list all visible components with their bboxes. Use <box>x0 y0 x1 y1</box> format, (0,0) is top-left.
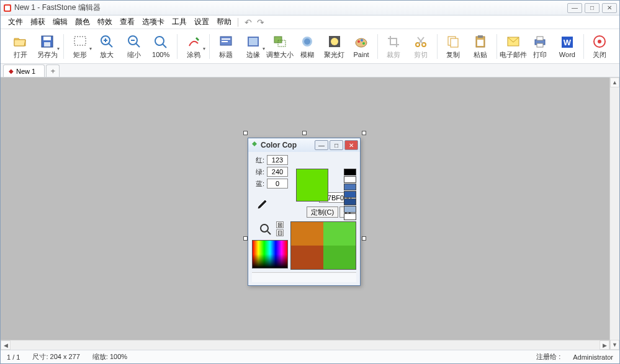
dropdown-arrow-icon[interactable]: ▾ <box>263 46 265 51</box>
email-icon <box>505 33 521 50</box>
dropdown-arrow-icon[interactable]: ▾ <box>57 46 60 51</box>
registration-label: 注册给 : <box>536 352 560 362</box>
registration-user: Administrator <box>573 353 613 361</box>
toolbar-separator <box>583 34 584 59</box>
swatch[interactable] <box>344 213 356 220</box>
tool-caption[interactable]: 标题 <box>212 31 239 62</box>
undo-icon[interactable]: ↶ <box>245 17 252 27</box>
minimize-button[interactable]: — <box>567 3 582 13</box>
spectrum-picker[interactable] <box>252 240 288 269</box>
tool-zoom-out[interactable]: 缩小 <box>120 31 147 62</box>
zoom-plus-button[interactable]: ⊞ <box>276 221 284 228</box>
selection-handle[interactable] <box>243 236 248 241</box>
tool-cut[interactable]: 剪切 <box>407 31 434 62</box>
colorcop-minimize-button[interactable]: — <box>315 140 328 150</box>
tool-edge[interactable]: 边缘▾ <box>240 31 266 62</box>
eyedropper-icon[interactable] <box>252 197 271 213</box>
tool-draw[interactable]: 涂鸦▾ <box>180 31 207 62</box>
menu-tabs[interactable]: 选项卡 <box>138 16 168 29</box>
tab-label: New 1 <box>16 68 35 75</box>
green-label: 绿: <box>252 167 264 177</box>
maximize-button[interactable]: □ <box>585 3 600 13</box>
swatch[interactable] <box>344 169 356 175</box>
swatch[interactable] <box>344 176 356 183</box>
tool-paint[interactable]: Paint <box>348 31 374 62</box>
menu-capture[interactable]: 捕获 <box>27 16 49 29</box>
tool-resize[interactable]: 调整大小 <box>266 31 294 62</box>
horizontal-scrollbar[interactable]: ◀ ▶ <box>1 340 609 350</box>
red-input[interactable] <box>267 155 288 165</box>
menu-effects[interactable]: 特效 <box>94 16 116 29</box>
color-swatches <box>344 169 356 220</box>
svg-rect-36 <box>478 35 483 38</box>
window-buttons: — □ ✕ <box>567 3 617 13</box>
swatch[interactable] <box>344 206 356 213</box>
swatch[interactable] <box>344 198 356 205</box>
swatch[interactable] <box>344 191 356 198</box>
magnifier-icon[interactable] <box>256 221 275 237</box>
word-icon: W <box>559 34 575 50</box>
redo-icon[interactable]: ↷ <box>257 17 264 27</box>
tool-zoom-100[interactable]: 100% <box>147 31 174 62</box>
tab-add-button[interactable]: + <box>46 64 60 77</box>
menu-help[interactable]: 帮助 <box>213 16 235 29</box>
close-icon <box>591 33 608 50</box>
red-label: 红: <box>252 156 264 165</box>
svg-point-22 <box>304 38 310 45</box>
tool-folder-open[interactable]: 打开 <box>7 31 34 62</box>
dropdown-arrow-icon[interactable]: ▾ <box>203 46 205 51</box>
canvas-area[interactable]: Color Cop — □ ✕ 红: 绿: 蓝: <box>1 78 619 350</box>
edge-icon <box>245 33 261 50</box>
svg-line-11 <box>136 43 140 47</box>
menu-file[interactable]: 文件 <box>4 16 27 29</box>
menu-color[interactable]: 颜色 <box>71 16 94 29</box>
crop-icon <box>385 33 402 50</box>
zoom-minus-button[interactable]: ⊟ <box>276 229 284 236</box>
custom-button[interactable]: 定制(C) <box>307 206 338 218</box>
tool-rect-select[interactable]: 矩形▾ <box>66 31 93 62</box>
tool-email[interactable]: 电子邮件 <box>500 31 527 62</box>
toolbar-separator <box>377 34 378 59</box>
tool-print[interactable]: 打印 <box>527 31 554 62</box>
selection-handle[interactable] <box>362 236 366 241</box>
green-input[interactable] <box>267 167 288 177</box>
scroll-down-button[interactable]: ▼ <box>610 340 619 350</box>
svg-point-27 <box>361 39 363 42</box>
menu-view[interactable]: 查看 <box>116 16 138 29</box>
blur-icon <box>299 33 315 50</box>
colorcop-titlebar[interactable]: Color Cop — □ ✕ <box>248 138 360 152</box>
tool-spotlight[interactable]: 聚光灯 <box>321 31 348 62</box>
swatch[interactable] <box>344 184 356 190</box>
folder-open-icon <box>12 33 29 50</box>
scroll-left-button[interactable]: ◀ <box>1 340 11 350</box>
svg-line-14 <box>163 44 166 48</box>
dropdown-arrow-icon[interactable]: ▾ <box>89 46 92 51</box>
selection-handle[interactable] <box>362 131 366 135</box>
blue-input[interactable] <box>267 179 288 189</box>
tool-copy[interactable]: 复制 <box>440 31 467 62</box>
menu-tools[interactable]: 工具 <box>168 16 191 29</box>
menu-settings[interactable]: 设置 <box>191 16 213 29</box>
tool-crop[interactable]: 裁剪 <box>380 31 407 62</box>
tab-new1[interactable]: ◆ New 1 <box>3 64 45 77</box>
tool-zoom-in[interactable]: 放大 <box>93 31 120 62</box>
selection-handle[interactable] <box>302 131 307 135</box>
tool-blur[interactable]: 模糊 <box>294 31 320 62</box>
size-indicator: 尺寸: 204 x 277 <box>32 352 79 362</box>
tool-word[interactable]: WWord <box>554 31 580 62</box>
colorcop-maximize-button[interactable]: □ <box>330 140 343 150</box>
close-button[interactable]: ✕ <box>602 3 617 13</box>
tool-close[interactable]: 关闭 <box>586 31 613 62</box>
menu-edit[interactable]: 编辑 <box>49 16 71 29</box>
colorcop-close-button[interactable]: ✕ <box>344 140 358 150</box>
scroll-up-button[interactable]: ▲ <box>610 78 619 87</box>
tool-save[interactable]: 另存为▾ <box>34 31 60 62</box>
tool-paste[interactable]: 粘贴 <box>467 31 493 62</box>
scroll-right-button[interactable]: ▶ <box>600 340 609 350</box>
vertical-scrollbar[interactable]: ▲ ▼ <box>609 78 619 350</box>
svg-rect-34 <box>451 38 458 47</box>
copy-icon <box>445 33 461 50</box>
app-icon <box>3 4 12 12</box>
selection-handle[interactable] <box>243 131 248 135</box>
colorcop-icon <box>250 141 259 149</box>
